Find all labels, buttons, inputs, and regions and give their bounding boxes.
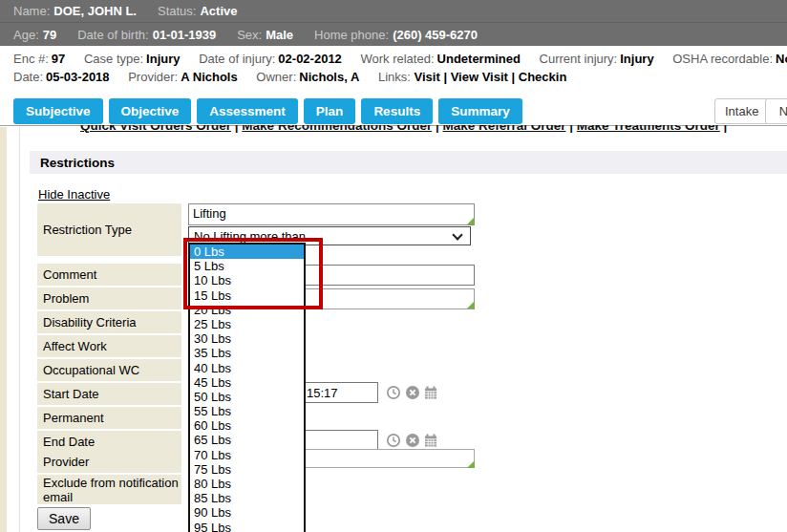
info-pair: Provider:A Nichols bbox=[128, 70, 238, 84]
intake-button[interactable]: Intake bbox=[714, 98, 769, 124]
field-label: Home phone: bbox=[314, 28, 389, 42]
header-pair: Age:79 bbox=[13, 28, 56, 42]
info-pair: Date:05-03-2018 bbox=[13, 70, 110, 84]
info-pair: Current injury:Injury bbox=[540, 52, 654, 66]
label-comment: Comment bbox=[37, 264, 181, 286]
section-title: Restrictions bbox=[40, 156, 115, 170]
order-link[interactable]: Make Referral Order bbox=[442, 125, 565, 133]
label-exclude-email: Exclude from notification email bbox=[37, 475, 181, 504]
field-value: Injury bbox=[620, 52, 653, 66]
info-pair: OSHA recordable:No bbox=[672, 52, 787, 66]
dropdown-option[interactable]: 45 Lbs bbox=[190, 375, 304, 390]
order-link-wrap: | Make Treatments Order bbox=[566, 125, 720, 133]
field-value: 02-02-2012 bbox=[278, 52, 342, 66]
calendar-icon[interactable] bbox=[423, 385, 438, 400]
order-link-separator: | bbox=[231, 125, 242, 133]
tab[interactable]: Subjective bbox=[13, 98, 103, 124]
dropdown-option[interactable]: 65 Lbs bbox=[190, 433, 304, 447]
dropdown-option[interactable]: 35 Lbs bbox=[190, 346, 304, 360]
dropdown-option[interactable]: 10 Lbs bbox=[190, 273, 304, 287]
field-value: No bbox=[776, 52, 787, 66]
dropdown-option[interactable]: 25 Lbs bbox=[190, 317, 304, 331]
visit-link[interactable]: View Visit bbox=[451, 70, 508, 84]
field-label: Sex: bbox=[237, 28, 262, 42]
field-label: Age: bbox=[13, 28, 39, 42]
label-disability-criteria: Disability Criteria bbox=[37, 311, 181, 333]
tab[interactable]: Assessment bbox=[197, 98, 298, 124]
header-pair: Home phone:(260) 459-6270 bbox=[314, 28, 478, 42]
field-value: 97 bbox=[52, 52, 65, 66]
tab[interactable]: Summary bbox=[438, 98, 522, 124]
field-value: (260) 459-6270 bbox=[393, 28, 478, 42]
field-value: Male bbox=[266, 28, 293, 42]
order-link[interactable]: Quick Visit Orders Order bbox=[80, 125, 231, 133]
time-picker-icon[interactable] bbox=[386, 385, 401, 400]
clear-date-icon[interactable] bbox=[405, 433, 420, 448]
info-pair: Case type:Injury bbox=[84, 52, 181, 66]
order-links-list: Quick Visit Orders Order | Make Recommen… bbox=[80, 125, 720, 133]
hide-inactive-link[interactable]: Hide Inactive bbox=[38, 187, 110, 202]
dropdown-option[interactable]: 80 Lbs bbox=[190, 477, 304, 491]
dropdown-option[interactable]: 20 Lbs bbox=[190, 303, 304, 317]
dropdown-option[interactable]: 30 Lbs bbox=[190, 331, 304, 346]
order-link[interactable]: Make Treatments Order bbox=[577, 125, 720, 133]
clear-date-icon[interactable] bbox=[405, 385, 420, 400]
dropdown-option[interactable]: 40 Lbs bbox=[190, 361, 304, 375]
info-pair: Owner:Nichols, A bbox=[256, 70, 359, 84]
link-separator: | bbox=[508, 70, 519, 84]
dropdown-option[interactable]: 60 Lbs bbox=[190, 418, 304, 433]
visit-pairs: Date:05-03-2018 Provider:A Nichols Owner… bbox=[13, 70, 378, 84]
field-value: Nichols, A bbox=[299, 70, 359, 84]
dropdown-option[interactable]: 70 Lbs bbox=[190, 448, 304, 462]
order-link-wrap: Quick Visit Orders Order bbox=[80, 125, 231, 133]
header-pair: Name:DOE, JOHN L. bbox=[13, 4, 137, 18]
dropdown-option[interactable]: 15 Lbs bbox=[190, 288, 304, 303]
tab[interactable]: Results bbox=[361, 98, 433, 124]
dropdown-option[interactable]: 85 Lbs bbox=[190, 491, 304, 505]
chevron-down-icon bbox=[452, 229, 462, 240]
patient-demographics-bar: Age:79 Date of birth:01-01-1939 Sex:Male… bbox=[0, 22, 787, 46]
visit-link[interactable]: Checkin bbox=[519, 70, 567, 84]
tab[interactable]: Plan bbox=[304, 98, 356, 124]
dropdown-option[interactable]: 90 Lbs bbox=[190, 505, 304, 520]
label-provider: Provider bbox=[37, 451, 181, 473]
field-label: Date of birth: bbox=[77, 28, 148, 42]
field-label: Date: bbox=[13, 70, 43, 84]
field-label: Owner: bbox=[256, 70, 296, 84]
label-start-date: Start Date bbox=[37, 383, 181, 405]
header-pair: Date of birth:01-01-1939 bbox=[77, 28, 216, 42]
dropdown-option[interactable]: 50 Lbs bbox=[190, 390, 304, 404]
info-pair: Work related:Undetermined bbox=[360, 52, 520, 66]
field-label: Provider: bbox=[128, 70, 178, 84]
field-label: Name: bbox=[13, 4, 50, 18]
order-link[interactable]: Make Recommendations Order bbox=[242, 125, 432, 133]
dropdown-option[interactable]: 0 Lbs bbox=[190, 245, 304, 259]
order-link-wrap: | Make Recommendations Order bbox=[231, 125, 432, 133]
field-value: 79 bbox=[43, 28, 56, 42]
field-label: Enc #: bbox=[13, 52, 49, 66]
visit-link[interactable]: Visit bbox=[415, 70, 440, 84]
time-picker-icon[interactable] bbox=[386, 433, 401, 448]
header-pair: Sex:Male bbox=[237, 28, 293, 42]
order-links-tail: | bbox=[720, 125, 728, 133]
nurse-button[interactable]: Nu bbox=[765, 98, 787, 124]
label-end-date: End Date bbox=[37, 431, 181, 453]
links-group: Links: Visit | View Visit | Checkin bbox=[378, 70, 566, 84]
field-label: Work related: bbox=[360, 52, 434, 66]
header-pair: Status:Active bbox=[158, 4, 238, 18]
encounter-info-row: Enc #:97 Case type:Injury Date of injury… bbox=[13, 52, 787, 66]
visit-links: Visit | View Visit | Checkin bbox=[415, 70, 567, 84]
calendar-icon[interactable] bbox=[423, 433, 438, 448]
field-label: OSHA recordable: bbox=[672, 52, 773, 66]
dropdown-option[interactable]: 5 Lbs bbox=[190, 259, 304, 273]
save-button[interactable]: Save bbox=[37, 507, 91, 530]
link-separator: | bbox=[440, 70, 451, 84]
dropdown-option[interactable]: 75 Lbs bbox=[190, 462, 304, 477]
restriction-name-textarea[interactable]: Lifting bbox=[188, 203, 475, 225]
order-link-wrap: | Make Referral Order bbox=[432, 125, 565, 133]
label-affect-work: Affect Work bbox=[37, 335, 181, 357]
tab[interactable]: Objective bbox=[109, 98, 192, 124]
dropdown-option[interactable]: 95 Lbs bbox=[190, 521, 304, 532]
dropdown-option[interactable]: 55 Lbs bbox=[190, 404, 304, 418]
label-restriction-type: Restriction Type bbox=[37, 203, 181, 256]
